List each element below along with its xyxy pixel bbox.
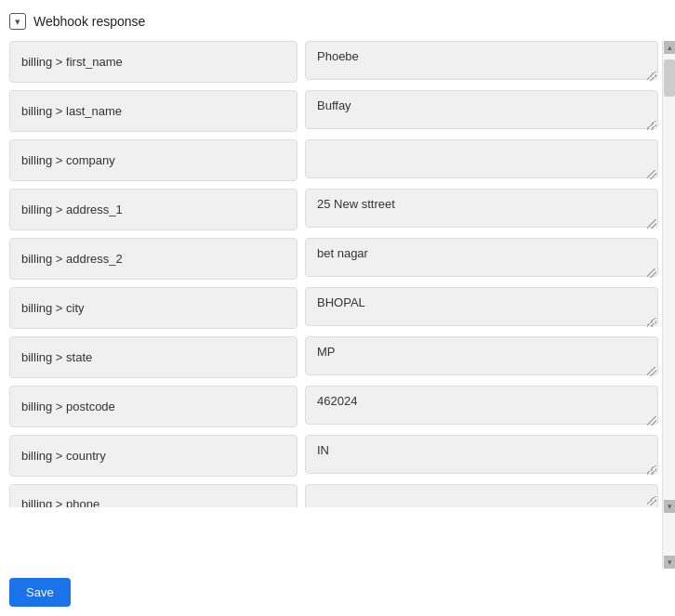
- field-value-input[interactable]: [305, 484, 658, 507]
- field-label: billing > country: [9, 435, 298, 477]
- field-value-wrap: [305, 386, 658, 427]
- table-row: billing > state: [9, 336, 658, 378]
- save-button[interactable]: Save: [9, 578, 71, 607]
- table-row: billing > postcode: [9, 386, 658, 427]
- field-value-input[interactable]: [305, 435, 658, 474]
- webhook-title: Webhook response: [33, 14, 145, 29]
- main-container: Webhook response billing > first_namebil…: [0, 0, 675, 616]
- field-label: billing > last_name: [9, 90, 298, 132]
- table-row: billing > country: [9, 435, 658, 477]
- field-value-wrap: [305, 287, 658, 329]
- field-label: billing > phone: [9, 484, 298, 507]
- scrollbar-thumb[interactable]: [664, 59, 675, 97]
- field-label: billing > city: [9, 287, 298, 329]
- field-value-input[interactable]: [305, 238, 658, 277]
- table-row: billing > company: [9, 139, 658, 181]
- field-label: billing > postcode: [9, 386, 298, 427]
- field-value-wrap: [305, 139, 658, 181]
- field-label: billing > address_2: [9, 238, 298, 280]
- footer: Save: [9, 569, 675, 607]
- field-label: billing > first_name: [9, 41, 298, 83]
- scrollbar-down-button[interactable]: [664, 500, 675, 513]
- field-value-input[interactable]: [305, 386, 658, 425]
- fields-area: billing > first_namebilling > last_nameb…: [9, 41, 662, 569]
- main-content: billing > first_namebilling > last_nameb…: [9, 41, 675, 569]
- chevron-down-icon[interactable]: [9, 13, 26, 30]
- field-value-wrap: [305, 238, 658, 280]
- table-row: billing > first_name: [9, 41, 658, 83]
- table-row: billing > last_name: [9, 90, 658, 132]
- field-value-input[interactable]: [305, 287, 658, 326]
- field-value-input[interactable]: [305, 41, 658, 80]
- field-label: billing > state: [9, 336, 298, 378]
- field-value-input[interactable]: [305, 139, 658, 178]
- field-value-wrap: [305, 189, 658, 230]
- field-value-wrap: [305, 41, 658, 83]
- table-row: billing > address_1: [9, 189, 658, 230]
- table-row: billing > phone: [9, 484, 658, 507]
- field-value-wrap: [305, 435, 658, 477]
- field-label: billing > address_1: [9, 189, 298, 230]
- field-value-input[interactable]: [305, 189, 658, 228]
- webhook-header[interactable]: Webhook response: [9, 9, 675, 41]
- field-value-input[interactable]: [305, 90, 658, 129]
- field-value-wrap: [305, 484, 658, 507]
- field-value-input[interactable]: [305, 336, 658, 375]
- field-value-wrap: [305, 90, 658, 132]
- scrollbar-bottom-arrow[interactable]: [664, 556, 675, 569]
- table-row: billing > address_2: [9, 238, 658, 280]
- scrollbar-track[interactable]: [662, 41, 675, 569]
- scrollbar-up-arrow[interactable]: [664, 41, 675, 54]
- field-value-wrap: [305, 336, 658, 378]
- field-label: billing > company: [9, 139, 298, 181]
- table-row: billing > city: [9, 287, 658, 329]
